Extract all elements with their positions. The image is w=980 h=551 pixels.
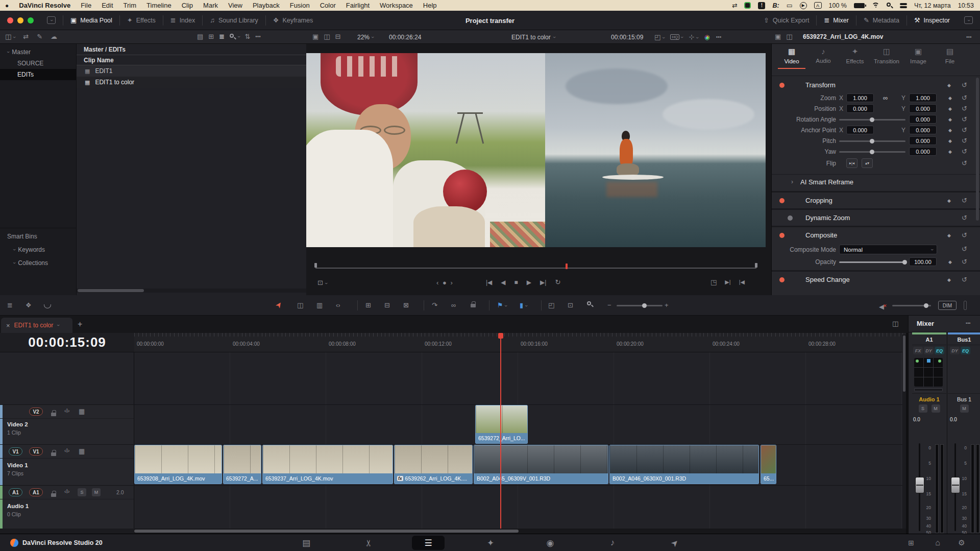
composite-mode-select[interactable]: Normal › [839, 245, 937, 254]
rotation-input[interactable]: 0.000 [909, 115, 937, 124]
media-h-scrollbar[interactable] [77, 289, 306, 293]
timeline-v-scrollbar[interactable] [902, 334, 906, 529]
column-header-clip-name[interactable]: Clip Name [84, 57, 114, 64]
page-deliver-button[interactable]: ➤ [662, 534, 688, 551]
v1-source-badge[interactable]: V1 [29, 447, 43, 456]
control-center-icon[interactable] [900, 3, 907, 8]
yaw-reset-icon[interactable]: ↺ [962, 148, 967, 155]
a1-strip-solo-button[interactable]: S [919, 404, 927, 413]
mixer-more-icon[interactable]: ••• [966, 321, 970, 326]
zoom-detail-button[interactable]: ⊡ [568, 302, 573, 308]
timeline-inspector-icon[interactable]: ◫ [786, 33, 792, 40]
flag-clips-icon[interactable]: ❖ [26, 302, 32, 308]
yaw-keyframe-icon[interactable]: ◆ [948, 149, 952, 154]
v2-autoselect-icon[interactable]: ‹I› [64, 408, 69, 414]
effects-toggle-button[interactable]: ✦ Effects [120, 11, 163, 30]
insert-clip-button[interactable]: ⊞ [365, 302, 371, 308]
page-fairlight-button[interactable]: ♪ [600, 534, 625, 551]
relink-media-icon[interactable]: ⇄ [23, 33, 29, 40]
replace-clip-button[interactable]: ⊠ [403, 302, 409, 308]
window-mode-dropdown[interactable]: › [47, 16, 56, 24]
index-toggle-button[interactable]: ≣ Index [163, 11, 203, 30]
play-status-icon[interactable]: ▶ [800, 2, 807, 9]
flip-vertical-button[interactable]: ▴▾ [862, 158, 873, 168]
composite-reset-icon[interactable]: ↺ [962, 231, 967, 239]
menu-view[interactable]: View [223, 2, 248, 9]
zoom-reset-icon[interactable]: ↺ [962, 94, 967, 102]
tab-image[interactable]: ▣ Image [902, 47, 934, 64]
viewer-playhead-marker[interactable] [566, 263, 568, 269]
cropping-section-header[interactable]: Cropping ◆ ↺ [772, 194, 980, 208]
cloud-sync-icon[interactable]: ☁ [51, 33, 57, 40]
a1-autoselect-icon[interactable]: ‹I› [64, 489, 69, 494]
viewer-scrub-bar[interactable] [315, 265, 756, 272]
jog-control[interactable]: ‹ ● › [436, 279, 454, 286]
opacity-slider[interactable] [839, 261, 905, 263]
position-x-input[interactable]: 0.000 [846, 104, 874, 113]
last-frame-button[interactable]: ▶| [540, 279, 546, 285]
timeline-h-scrollbar[interactable] [134, 529, 906, 534]
pitch-reset-icon[interactable]: ↺ [962, 137, 967, 145]
v2-lock-icon[interactable] [51, 409, 56, 418]
zoom-in-icon[interactable]: + [665, 302, 669, 308]
quick-export-button[interactable]: ⇧ Quick Export [756, 11, 816, 30]
color-viewer-icon[interactable]: ◉ [704, 33, 709, 41]
monitor-volume-slider[interactable] [892, 305, 931, 306]
anchor-x-input[interactable]: 0.000 [846, 126, 874, 134]
composite-mode-reset-icon[interactable]: ↺ [962, 245, 967, 253]
yaw-input[interactable]: 0.000 [909, 147, 937, 156]
timeline-playhead[interactable] [500, 333, 501, 529]
speed-change-section-header[interactable]: Speed Change ◆ ↺ [772, 273, 980, 287]
sync-status-icon[interactable]: ⇄ [732, 2, 737, 9]
a1-strip-mute-button[interactable]: M [932, 404, 940, 413]
thumbnail-view-icon[interactable]: ⊞ [208, 33, 214, 40]
input-source-icon[interactable]: A [814, 2, 822, 9]
v1-lock-icon[interactable] [51, 449, 56, 458]
trim-edit-mode-button[interactable]: ◫ [297, 302, 303, 308]
position-lock-button[interactable] [471, 302, 476, 308]
strip-viewer-icon[interactable]: ⊟ [335, 33, 341, 40]
timeline-clip[interactable]: fx 6539262_Arri_LOG_4K.... [394, 445, 473, 484]
bus1-strip-mute-button[interactable]: M [960, 404, 969, 413]
viewer-more-icon[interactable]: ••• [716, 35, 722, 40]
menu-timeline[interactable]: Timeline [141, 2, 177, 9]
menu-color[interactable]: Color [315, 2, 341, 9]
playhead-handle[interactable] [498, 333, 503, 339]
menu-mark[interactable]: Mark [198, 2, 223, 9]
remote-monitoring-icon[interactable]: ⊞ [898, 534, 924, 551]
zoom-out-icon[interactable]: − [607, 302, 611, 308]
clip-row-edit1[interactable]: ▦ EDIT1 [77, 65, 306, 77]
zoom-y-input[interactable]: 1.000 [909, 93, 937, 102]
window-minimize-button[interactable] [17, 17, 23, 23]
razor-tool-button[interactable]: ▥ [316, 302, 323, 308]
composite-keyframe-icon[interactable]: ◆ [947, 233, 951, 238]
rotation-slider[interactable] [839, 119, 905, 121]
first-frame-button[interactable]: |◀ [486, 279, 492, 285]
flag-button[interactable]: ⚑ › [497, 301, 507, 309]
menu-trim[interactable]: Trim [118, 2, 142, 9]
zoom-x-input[interactable]: 1.000 [846, 93, 874, 102]
anchor-keyframe-icon[interactable]: ◆ [948, 128, 952, 133]
proxy-quality-icon[interactable]: HQ› [670, 34, 682, 40]
track-header-v2[interactable]: V2 ‹I› ▦ Video 2 1 Clip [0, 405, 134, 444]
track-header-a1[interactable]: A1 A1 ‹I› S M 2.0 Audio 1 0 Clip [0, 486, 134, 529]
a1-destination-badge[interactable]: A1 [9, 488, 22, 496]
metadata-view-icon[interactable]: ▤ [197, 33, 203, 40]
menu-file[interactable]: File [76, 2, 96, 9]
window-zoom-button[interactable] [28, 17, 34, 23]
panel-layout-icon[interactable]: ◫ › [5, 33, 15, 40]
v2-frameview-icon[interactable]: ▦ [79, 408, 85, 415]
speed-change-reset-icon[interactable]: ↺ [962, 276, 967, 283]
bin-edits[interactable]: EDITs [0, 69, 76, 80]
anchor-y-input[interactable]: 0.000 [909, 126, 937, 134]
smart-bin-keywords[interactable]: ›Keywords [0, 244, 76, 255]
antivirus-status-icon[interactable] [744, 2, 751, 9]
step-back-button[interactable]: ◀ [501, 279, 505, 285]
v2-source-badge[interactable]: V2 [29, 408, 43, 416]
spotlight-search-icon[interactable] [887, 3, 893, 9]
bus1-eq-button[interactable]: EQ [961, 347, 970, 354]
wifi-icon[interactable] [872, 3, 879, 8]
list-view-icon[interactable]: ≣ [219, 33, 225, 40]
split-viewer-icon[interactable]: ◫ [324, 33, 330, 40]
bin-master[interactable]: ›Master [0, 46, 76, 58]
